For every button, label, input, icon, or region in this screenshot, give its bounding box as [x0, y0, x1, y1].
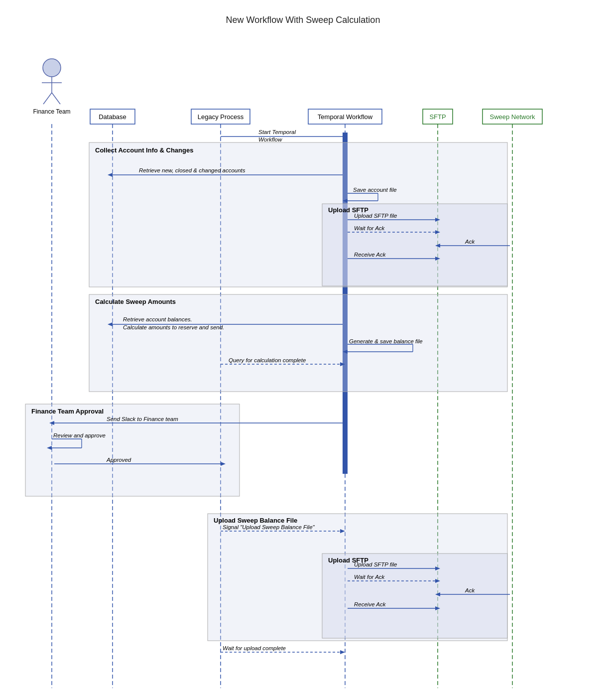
msg-signal-upload: Signal "Upload Sweep Balance File" [223, 524, 315, 530]
group-label-upload-sweep: Upload Sweep Balance File [214, 517, 297, 524]
participant-label-temporal: Temporal Workflow [317, 113, 372, 121]
msg-query-calc: Query for calculation complete [229, 357, 306, 363]
page-title: New Workflow With Sweep Calculation [10, 15, 596, 25]
svg-line-4 [52, 93, 60, 104]
msg-retrieve-accounts: Retrieve new, closed & changed accounts [139, 167, 245, 173]
msg-save-account: Save account file [353, 187, 397, 193]
msg-retrieve-balances-2: Calculate amounts to reserve and send. [123, 324, 224, 330]
msg-start-temporal: Start Temporal [258, 129, 296, 135]
page: New Workflow With Sweep Calculation Fina… [0, 0, 606, 700]
participant-label-sweep: Sweep Network [489, 113, 535, 121]
msg-gen-balance: Generate & save balance file [349, 338, 423, 344]
msg-review: Review and approve [53, 432, 106, 438]
arrowhead-wait-upload [340, 650, 345, 654]
group-label-collect: Collect Account Info & Changes [95, 146, 193, 154]
msg-approved: Approved [106, 457, 131, 463]
participant-label-database: Database [99, 113, 126, 121]
group-calculate [89, 294, 507, 392]
group-upload-sftp-1 [322, 204, 507, 286]
svg-line-3 [43, 93, 52, 104]
msg-receive-ack-1: Receive Ack [354, 252, 386, 258]
msg-retrieve-balances-1: Retrieve account balances. [123, 316, 192, 322]
diagram: Finance Team Database Legacy Process Tem… [14, 45, 592, 698]
msg-start-temporal-2: Workflow [258, 137, 282, 142]
msg-send-slack: Send Slack to Finance team [107, 416, 178, 422]
msg-ack-2: Ack [465, 587, 475, 593]
msg-wait-ack-1: Wait for Ack [354, 225, 385, 231]
participant-label-finance: Finance Team [33, 108, 70, 115]
msg-wait-upload: Wait for upload complete [223, 645, 286, 651]
group-upload-sftp-2 [322, 554, 507, 638]
participant-label-sftp: SFTP [429, 113, 446, 121]
participant-label-legacy: Legacy Process [197, 113, 243, 121]
svg-point-0 [43, 59, 61, 77]
msg-wait-ack-2: Wait for Ack [354, 574, 385, 580]
msg-receive-ack-2: Receive Ack [354, 601, 386, 607]
group-label-finance-approval: Finance Team Approval [31, 408, 104, 415]
msg-upload-sftp-1: Upload SFTP file [354, 213, 397, 219]
diagram-svg: Finance Team Database Legacy Process Tem… [14, 45, 592, 698]
msg-ack-1: Ack [465, 239, 475, 245]
group-label-calculate: Calculate Sweep Amounts [95, 298, 176, 305]
msg-upload-sftp-2: Upload SFTP file [354, 561, 397, 567]
